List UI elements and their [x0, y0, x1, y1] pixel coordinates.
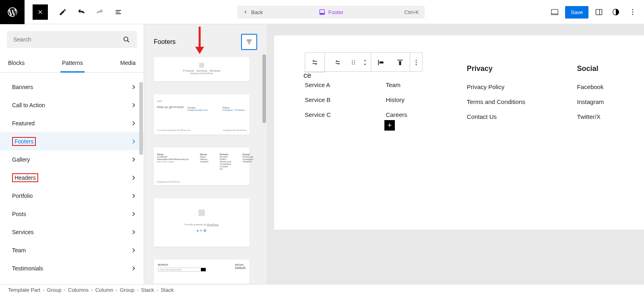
nav-link[interactable]: Terms and Conditions [467, 98, 529, 105]
svg-point-16 [354, 64, 355, 64]
bc-item[interactable]: Stack [161, 287, 174, 293]
column-heading[interactable]: Social [577, 64, 613, 73]
cat-headers[interactable]: Headers [0, 168, 144, 187]
chevron-right-icon [130, 265, 137, 272]
block-type-icon[interactable] [305, 53, 324, 72]
bc-item[interactable]: Column [95, 287, 114, 293]
nav-link[interactable]: Contact Us [467, 113, 529, 120]
cat-portfolio[interactable]: Portfolio [0, 187, 144, 205]
cat-banners[interactable]: Banners [0, 78, 144, 96]
svg-rect-17 [378, 60, 379, 65]
styles-icon[interactable] [609, 6, 622, 19]
cat-posts[interactable]: Posts [0, 205, 144, 223]
chevron-left-icon [243, 10, 248, 15]
chevron-right-icon [130, 210, 137, 218]
chevron-right-icon [130, 120, 137, 127]
nav-link[interactable]: Team [386, 81, 418, 88]
save-button[interactable]: Save [565, 6, 588, 19]
nav-link[interactable]: Service A [305, 81, 337, 88]
block-toolbar [305, 52, 423, 72]
nav-link[interactable]: Careers [386, 111, 418, 118]
nav-link[interactable]: Privacy Policy [467, 83, 529, 90]
nav-link[interactable]: Service C [305, 111, 337, 118]
parent-block-icon[interactable] [328, 53, 347, 72]
search-input[interactable] [7, 31, 137, 48]
device-preview-icon[interactable] [548, 6, 561, 19]
scrollbar[interactable] [262, 54, 266, 123]
vertical-align-icon[interactable] [390, 53, 410, 72]
svg-rect-20 [399, 61, 401, 65]
cat-testimonials[interactable]: Testimonials [0, 259, 144, 277]
nav-link[interactable]: Facebook [577, 83, 613, 90]
redo-icon[interactable] [92, 4, 107, 20]
document-title-bar[interactable]: Back Footer Ctrl+K [237, 6, 425, 19]
column-heading[interactable]: Privacy [467, 64, 529, 73]
svg-point-5 [632, 9, 634, 10]
nav-link[interactable]: Service B [305, 96, 337, 103]
pattern-thumb[interactable]: Proudly powered by WordPress ● ✦ ⦿ [154, 198, 250, 247]
tab-blocks[interactable]: Blocks [6, 55, 26, 73]
sidebar-toggle-icon[interactable] [592, 6, 605, 19]
svg-point-23 [416, 64, 417, 65]
cat-gallery[interactable]: Gallery [0, 150, 144, 168]
svg-rect-3 [596, 9, 602, 15]
command-shortcut: Ctrl+K [405, 9, 419, 15]
bc-item[interactable]: Group [120, 287, 134, 293]
nav-link[interactable]: Instagram [577, 98, 613, 105]
pattern-thumb[interactable]: SEARCHOptional placeholderSOCIALFacebook [154, 260, 250, 284]
bc-item[interactable]: Stack [141, 287, 154, 293]
doc-title: Footer [328, 9, 344, 15]
chevron-right-icon [130, 174, 137, 181]
filter-button[interactable] [241, 34, 257, 50]
footer-section-icon [319, 9, 325, 15]
svg-rect-18 [380, 62, 384, 64]
add-block-button[interactable]: + [384, 120, 395, 131]
pattern-thumb[interactable]: AboutyourBoldin newspaper.aWordPressmag.… [154, 148, 250, 185]
back-label: Back [251, 9, 263, 15]
options-icon[interactable] [626, 6, 639, 19]
undo-icon[interactable] [74, 4, 89, 20]
bc-item[interactable]: Template Part [8, 287, 40, 293]
cat-about[interactable]: About [0, 73, 144, 78]
chevron-right-icon [130, 156, 137, 163]
svg-point-7 [632, 14, 634, 15]
chevron-right-icon [130, 192, 137, 199]
svg-point-21 [416, 60, 417, 61]
svg-point-8 [124, 37, 128, 41]
cat-featured[interactable]: Featured [0, 114, 144, 132]
cat-services[interactable]: Services [0, 223, 144, 241]
edit-icon[interactable] [55, 4, 70, 20]
bc-item[interactable]: Group [47, 287, 62, 293]
tab-media[interactable]: Media [119, 55, 137, 73]
filter-icon [246, 38, 253, 46]
align-icon[interactable] [371, 53, 390, 72]
nav-link[interactable]: Twitter/X [577, 113, 613, 120]
chevron-right-icon [130, 229, 137, 236]
bc-item[interactable]: Columns [68, 287, 89, 293]
editor-canvas[interactable]: ce Service A Service B Service C Team Hi… [267, 24, 644, 284]
panel-title: Footers [154, 38, 175, 46]
cat-footers[interactable]: Footers [0, 132, 144, 150]
nav-link[interactable]: History [386, 96, 418, 103]
svg-rect-2 [551, 10, 558, 14]
chevron-right-icon [130, 83, 137, 91]
svg-point-22 [416, 62, 417, 63]
close-button[interactable] [33, 4, 48, 20]
pattern-thumb[interactable]: Products Services Services Designed with… [154, 57, 250, 81]
tab-patterns[interactable]: Patterns [60, 55, 85, 73]
svg-point-11 [352, 60, 353, 61]
svg-point-12 [354, 60, 355, 61]
wordpress-logo[interactable] [0, 0, 25, 24]
cat-cta[interactable]: Call to Action [0, 96, 144, 114]
breadcrumb: Template Part› Group› Columns› Column› G… [0, 284, 644, 295]
svg-point-14 [354, 62, 355, 63]
move-updown[interactable] [359, 53, 371, 72]
more-options-icon[interactable] [410, 53, 422, 72]
drag-handle-icon[interactable] [347, 53, 359, 72]
cat-team[interactable]: Team [0, 241, 144, 259]
list-view-icon[interactable] [111, 4, 126, 20]
chevron-right-icon [130, 102, 137, 109]
svg-point-13 [352, 62, 353, 63]
scrollbar[interactable] [139, 74, 143, 283]
pattern-thumb[interactable]: OLÁ Keep up, get in touch. Contactinfo@e… [154, 94, 250, 135]
